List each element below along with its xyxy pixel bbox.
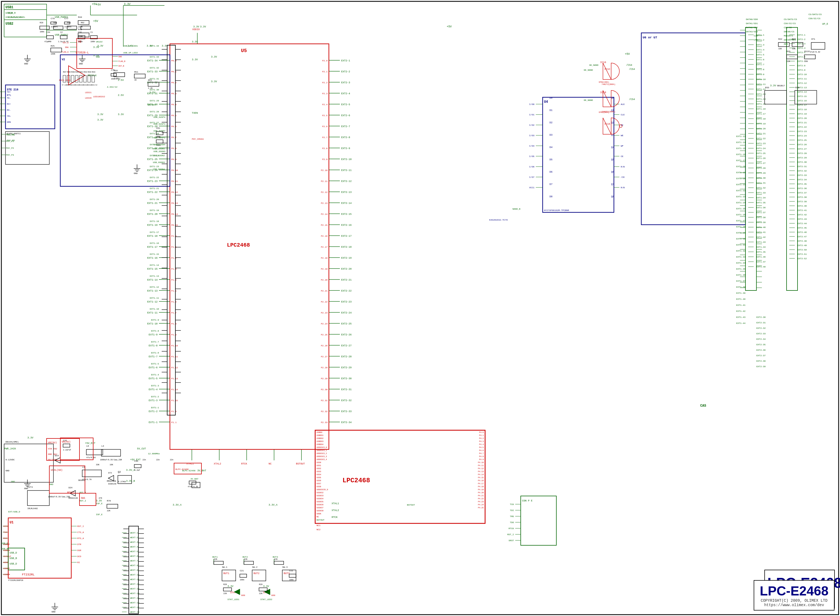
- website-text: https://www.olimex.com/dev: [760, 603, 828, 607]
- title-block: LPC-E2468 COPYRIGHT(C) 2009, OLIMEX LTD …: [754, 580, 834, 610]
- copyright-text: COPYRIGHT(C) 2009, OLIMEX LTD: [760, 598, 828, 603]
- schematic-container: LPC-E2468 COPYRIGHT(C) 2009, OLIMEX LTD …: [0, 0, 840, 616]
- chip-title: LPC-E2468: [760, 584, 828, 598]
- schematic-canvas: [0, 0, 840, 616]
